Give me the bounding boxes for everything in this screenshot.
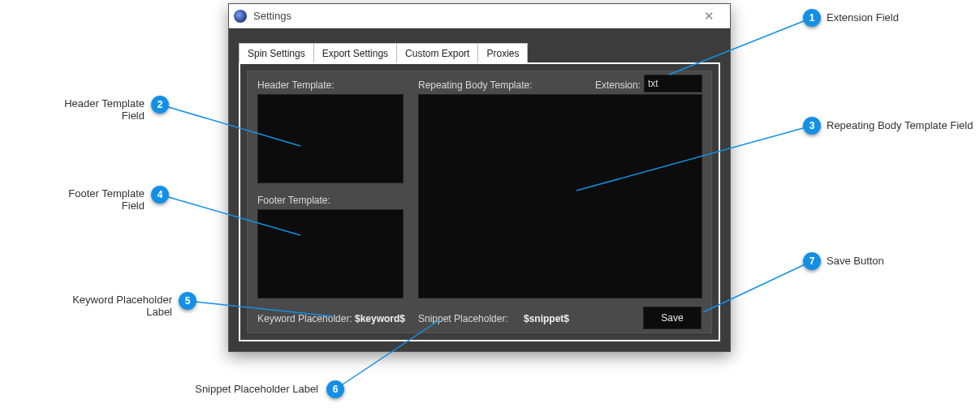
callout-text-7: Save Button bbox=[827, 255, 884, 267]
panel-border: Header Template: Footer Template: Repeat… bbox=[239, 62, 720, 341]
keyword-placeholder-value: $keyword$ bbox=[355, 313, 405, 324]
close-icon[interactable]: ✕ bbox=[693, 5, 725, 28]
callout-text-6: Snippet Placeholder Label bbox=[188, 383, 318, 395]
footer-template-field[interactable] bbox=[257, 209, 404, 298]
app-icon bbox=[234, 10, 247, 23]
custom-export-panel: Header Template: Footer Template: Repeat… bbox=[247, 71, 712, 333]
tab-proxies[interactable]: Proxies bbox=[478, 43, 528, 63]
footer-template-label: Footer Template: bbox=[257, 195, 330, 206]
tab-spin-settings[interactable]: Spin Settings bbox=[239, 43, 314, 63]
tab-custom-export[interactable]: Custom Export bbox=[397, 43, 478, 63]
repeating-body-field[interactable] bbox=[418, 94, 702, 298]
callout-text-2: Header Template Field bbox=[44, 97, 145, 122]
titlebar: Settings ✕ bbox=[229, 4, 730, 28]
callout-text-3: Repeating Body Template Field bbox=[827, 119, 973, 131]
save-button-label: Save bbox=[661, 312, 683, 324]
footer-template-textarea[interactable] bbox=[258, 210, 403, 298]
extension-field[interactable] bbox=[644, 75, 702, 92]
client-area: Spin Settings Export Settings Custom Exp… bbox=[229, 28, 730, 351]
callout-badge-4: 4 bbox=[151, 186, 169, 204]
callout-badge-3: 3 bbox=[803, 117, 821, 135]
callout-text-4: Footer Template Field bbox=[49, 187, 145, 212]
extension-input[interactable] bbox=[645, 75, 702, 92]
header-template-label: Header Template: bbox=[257, 79, 335, 91]
callout-badge-6: 6 bbox=[326, 380, 344, 398]
repeating-body-label: Repeating Body Template: bbox=[418, 79, 533, 91]
callout-badge-7: 7 bbox=[803, 252, 821, 270]
callout-badge-5: 5 bbox=[179, 292, 196, 310]
callout-badge-2: 2 bbox=[151, 96, 169, 114]
repeating-body-textarea[interactable] bbox=[419, 95, 702, 298]
header-template-textarea[interactable] bbox=[258, 95, 403, 182]
header-template-field[interactable] bbox=[257, 94, 404, 183]
extension-label: Extension: bbox=[595, 79, 641, 91]
callout-text-1: Extension Field bbox=[827, 11, 899, 24]
snippet-placeholder-label: Snippet Placeholder: bbox=[418, 313, 508, 324]
callout-text-5: Keyword Placeholder Label bbox=[47, 294, 172, 318]
window-title: Settings bbox=[253, 10, 693, 22]
keyword-placeholder-label: Keyword Placeholder: bbox=[257, 313, 352, 324]
save-button[interactable]: Save bbox=[643, 307, 702, 329]
tab-export-settings[interactable]: Export Settings bbox=[314, 43, 397, 63]
snippet-placeholder-value: $snippet$ bbox=[524, 313, 569, 324]
callout-badge-1: 1 bbox=[803, 9, 821, 27]
tabstrip: Spin Settings Export Settings Custom Exp… bbox=[239, 43, 528, 63]
settings-window: Settings ✕ Spin Settings Export Settings… bbox=[228, 3, 731, 352]
